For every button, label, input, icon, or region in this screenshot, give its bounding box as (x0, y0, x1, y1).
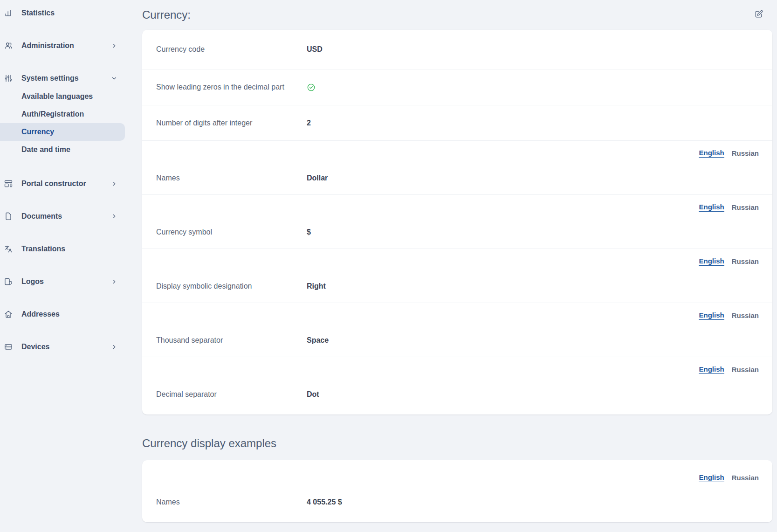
language-tab-russian[interactable]: Russian (732, 149, 759, 157)
users-icon (4, 41, 13, 50)
setting-row-leading-zeros: Show leading zeros in the decimal part (142, 69, 772, 105)
chevron-right-icon (111, 213, 117, 220)
sidebar-item-label: Statistics (21, 9, 55, 17)
setting-label: Currency code (156, 45, 307, 54)
setting-value: Space (307, 336, 329, 345)
language-tabs: English Russian (156, 201, 759, 213)
language-tab-russian[interactable]: Russian (732, 203, 759, 211)
language-tabs: English Russian (156, 310, 759, 321)
sidebar-item-label: Auth/Registration (21, 110, 84, 118)
setting-row-currency-symbol: English Russian Currency symbol $ (142, 195, 772, 249)
edit-button[interactable] (754, 10, 764, 20)
sliders-icon (4, 74, 13, 83)
language-tab-russian[interactable]: Russian (732, 474, 759, 482)
setting-line: Thousand separator Space (156, 333, 759, 348)
examples-heading: Currency display examples (142, 436, 772, 451)
sidebar-item-currency[interactable]: Currency (0, 123, 125, 141)
language-tabs: English Russian (156, 364, 759, 375)
sidebar-item-logos[interactable]: Logos (0, 272, 133, 291)
sidebar-item-label: Addresses (21, 310, 60, 318)
sidebar-item-date-and-time[interactable]: Date and time (0, 141, 133, 159)
setting-label: Thousand separator (156, 336, 307, 345)
sidebar-item-label: Portal constructor (21, 180, 86, 188)
setting-value: Dollar (307, 174, 328, 182)
sidebar-item-label: Available languages (21, 92, 93, 101)
language-tab-english[interactable]: English (699, 365, 724, 374)
document-icon (4, 212, 13, 221)
language-tabs: English Russian (156, 472, 759, 484)
sidebar-item-label: Translations (21, 245, 65, 253)
setting-value: Right (307, 282, 326, 290)
main-content: Currency: Currency code USD Show leading… (133, 0, 777, 532)
chevron-right-icon (111, 180, 117, 187)
setting-value: Dot (307, 390, 319, 399)
sidebar-item-available-languages[interactable]: Available languages (0, 88, 133, 105)
sidebar-item-devices[interactable]: Devices (0, 338, 133, 356)
chevron-down-icon (111, 75, 117, 82)
setting-label: Number of digits after integer (156, 119, 307, 127)
example-value: 4 055.25 $ (307, 498, 342, 506)
setting-row-decimal-separator: English Russian Decimal separator Dot (142, 357, 772, 415)
sidebar-item-label: Documents (21, 212, 62, 221)
language-tab-russian[interactable]: Russian (732, 311, 759, 319)
language-tabs: English Russian (156, 147, 759, 159)
language-tab-russian[interactable]: Russian (732, 366, 759, 373)
sidebar-item-label: Date and time (21, 145, 70, 154)
image-icon (4, 277, 13, 286)
sidebar-item-administration[interactable]: Administration (0, 36, 133, 55)
translate-icon (4, 244, 13, 254)
sidebar-item-label: Logos (21, 277, 44, 286)
chevron-right-icon (111, 344, 117, 350)
setting-row-currency-code: Currency code USD (142, 30, 772, 69)
language-tab-english[interactable]: English (699, 257, 724, 266)
language-tab-english[interactable]: English (699, 311, 724, 320)
layout-icon (4, 179, 13, 188)
app: Statistics Administration System setting… (0, 0, 777, 532)
chevron-right-icon (111, 278, 117, 285)
sidebar-item-label: Devices (21, 343, 50, 351)
language-tab-english[interactable]: English (699, 149, 724, 158)
setting-label: Display symbolic designation (156, 282, 307, 290)
language-tab-english[interactable]: English (699, 473, 724, 482)
home-icon (4, 310, 13, 319)
sidebar-item-label: Administration (21, 41, 74, 50)
setting-row-names: English Russian Names Dollar (142, 141, 772, 195)
sidebar-item-label: System settings (21, 74, 79, 83)
setting-line: Currency symbol $ (156, 225, 759, 240)
sidebar-item-statistics[interactable]: Statistics (0, 4, 133, 22)
currency-settings-card: Currency code USD Show leading zeros in … (142, 30, 772, 415)
setting-line: Display symbolic designation Right (156, 279, 759, 294)
setting-row-digits-after-integer: Number of digits after integer 2 (142, 105, 772, 141)
sidebar: Statistics Administration System setting… (0, 0, 133, 532)
check-circle-icon (307, 83, 316, 92)
setting-label: Show leading zeros in the decimal part (156, 83, 307, 91)
sidebar-item-label: Currency (21, 128, 54, 136)
bar-chart-icon (4, 8, 13, 18)
sidebar-item-system-settings[interactable]: System settings (0, 69, 133, 88)
setting-value: $ (307, 228, 311, 236)
example-line: Names 4 055.25 $ (156, 495, 759, 510)
setting-line: Names Dollar (156, 171, 759, 186)
setting-label: Decimal separator (156, 390, 307, 399)
language-tabs: English Russian (156, 256, 759, 267)
sidebar-item-auth-registration[interactable]: Auth/Registration (0, 105, 133, 123)
setting-value: USD (307, 45, 323, 54)
sidebar-item-portal-constructor[interactable]: Portal constructor (0, 174, 133, 193)
setting-label: Currency symbol (156, 228, 307, 236)
chevron-right-icon (111, 42, 117, 49)
language-tab-english[interactable]: English (699, 203, 724, 212)
devices-icon (4, 342, 13, 352)
currency-examples-card: English Russian Names 4 055.25 $ (142, 460, 772, 522)
sidebar-item-translations[interactable]: Translations (0, 240, 133, 258)
page-header: Currency: (142, 0, 772, 30)
setting-row-symbol-designation: English Russian Display symbolic designa… (142, 249, 772, 303)
sidebar-item-documents[interactable]: Documents (0, 207, 133, 226)
sidebar-item-addresses[interactable]: Addresses (0, 305, 133, 324)
setting-value: 2 (307, 119, 311, 127)
example-label: Names (156, 498, 307, 506)
setting-line: Decimal separator Dot (156, 387, 759, 402)
edit-icon (754, 9, 763, 21)
setting-label: Names (156, 174, 307, 182)
language-tab-russian[interactable]: Russian (732, 257, 759, 265)
setting-row-thousand-separator: English Russian Thousand separator Space (142, 303, 772, 357)
